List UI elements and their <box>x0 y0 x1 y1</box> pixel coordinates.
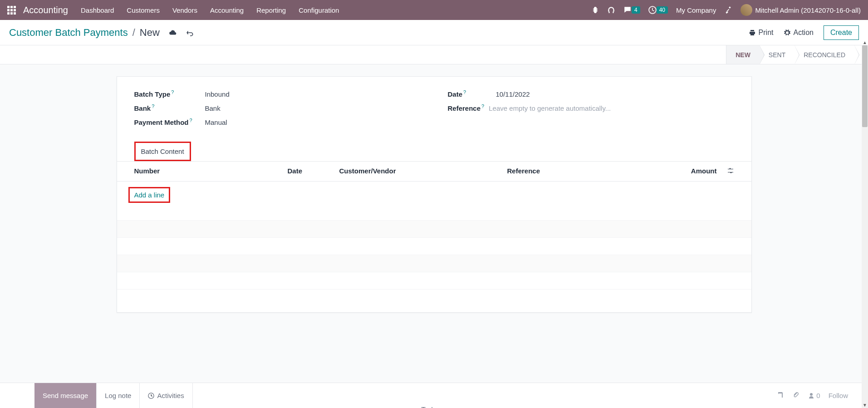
col-date[interactable]: Date <box>288 167 339 176</box>
status-reconciled[interactable]: RECONCILED <box>794 45 854 64</box>
breadcrumb-current: New <box>140 27 160 39</box>
col-options-icon[interactable] <box>721 167 734 176</box>
messaging-icon[interactable]: 4 <box>623 6 640 14</box>
activities-button[interactable]: Activities <box>140 383 192 408</box>
field-reference[interactable] <box>489 104 734 112</box>
book-icon[interactable] <box>777 391 784 400</box>
breadcrumb-sep: / <box>132 27 135 39</box>
print-icon <box>749 29 756 36</box>
scroll-thumb[interactable] <box>862 45 868 127</box>
add-line-button[interactable]: Add a line <box>128 187 171 203</box>
bug-icon[interactable] <box>592 6 599 14</box>
table-row <box>117 255 751 272</box>
col-amount[interactable]: Amount <box>680 167 721 176</box>
label-date: Date? <box>448 90 496 98</box>
chatter: Send message Log note Activities 0 Follo… <box>0 383 862 408</box>
status-new[interactable]: NEW <box>726 45 760 64</box>
table-row <box>117 272 751 290</box>
followers-icon[interactable]: 0 <box>808 392 820 399</box>
form-fields: Batch Type? Inbound Bank? Bank Payment M… <box>117 77 751 142</box>
field-batch-type[interactable]: Inbound <box>205 90 421 98</box>
gear-icon <box>784 29 791 36</box>
col-reference[interactable]: Reference <box>507 167 680 176</box>
nav-reporting[interactable]: Reporting <box>256 6 286 14</box>
activity-count-badge: 40 <box>657 6 668 14</box>
log-note-button[interactable]: Log note <box>97 383 140 408</box>
message-count-badge: 4 <box>632 6 640 14</box>
undo-icon[interactable] <box>186 29 194 37</box>
app-brand[interactable]: Accounting <box>23 5 68 15</box>
apps-icon[interactable] <box>7 6 16 15</box>
nav-configuration[interactable]: Configuration <box>299 6 339 14</box>
nav-accounting[interactable]: Accounting <box>210 6 244 14</box>
label-reference: Reference? <box>448 104 489 112</box>
create-button[interactable]: Create <box>824 25 859 40</box>
today-label: Today <box>421 406 441 408</box>
table-row <box>117 238 751 255</box>
top-navbar: Accounting Dashboard Customers Vendors A… <box>0 0 868 20</box>
avatar <box>740 4 752 16</box>
nav-menu: Dashboard Customers Vendors Accounting R… <box>81 6 592 14</box>
clock-icon <box>148 393 154 399</box>
cloud-save-icon[interactable] <box>169 29 177 37</box>
status-sent[interactable]: SENT <box>760 45 794 64</box>
tools-icon[interactable] <box>724 6 732 14</box>
nav-customers[interactable]: Customers <box>127 6 160 14</box>
activities-icon[interactable]: 40 <box>648 6 668 14</box>
follow-button[interactable]: Follow <box>829 392 848 399</box>
table-row <box>117 221 751 238</box>
user-menu[interactable]: Mitchell Admin (20142070-16-0-all) <box>740 4 861 16</box>
nav-vendors[interactable]: Vendors <box>172 6 197 14</box>
field-bank[interactable]: Bank <box>205 104 421 112</box>
field-payment-method[interactable]: Manual <box>205 118 421 126</box>
label-batch-type: Batch Type? <box>134 90 205 98</box>
main-area: Batch Type? Inbound Bank? Bank Payment M… <box>0 64 868 313</box>
scrollbar[interactable]: ▲ ▼ <box>862 45 868 408</box>
label-bank: Bank? <box>134 104 205 112</box>
systray: 4 40 My Company Mitchell Admin (20142070… <box>592 4 861 16</box>
tabs: Batch Content <box>117 142 751 161</box>
cp-actions: Print Action Create <box>749 25 859 40</box>
breadcrumb-parent[interactable]: Customer Batch Payments <box>9 27 128 39</box>
field-date[interactable]: 10/11/2022 <box>496 90 734 98</box>
scroll-down-icon[interactable]: ▼ <box>862 402 868 408</box>
attachment-icon[interactable] <box>792 391 799 400</box>
user-name: Mitchell Admin (20142070-16-0-all) <box>755 6 861 14</box>
label-payment-method: Payment Method? <box>134 118 205 126</box>
breadcrumb: Customer Batch Payments / New <box>9 27 194 39</box>
table-header: Number Date Customer/Vendor Reference Am… <box>117 161 751 182</box>
empty-table-body <box>117 220 751 290</box>
form-sheet: Batch Type? Inbound Bank? Bank Payment M… <box>117 76 752 313</box>
send-message-button[interactable]: Send message <box>34 383 97 408</box>
nav-dashboard[interactable]: Dashboard <box>81 6 114 14</box>
statusbar: NEW SENT RECONCILED <box>0 45 868 64</box>
tab-batch-content[interactable]: Batch Content <box>134 142 191 161</box>
scroll-up-icon[interactable]: ▲ <box>862 39 868 45</box>
support-icon[interactable] <box>607 6 615 14</box>
col-number[interactable]: Number <box>134 167 288 176</box>
action-button[interactable]: Action <box>784 29 814 37</box>
print-button[interactable]: Print <box>749 29 774 37</box>
company-switcher[interactable]: My Company <box>676 6 716 14</box>
col-customer[interactable]: Customer/Vendor <box>339 167 507 176</box>
control-panel: Customer Batch Payments / New Print Acti… <box>0 20 868 45</box>
